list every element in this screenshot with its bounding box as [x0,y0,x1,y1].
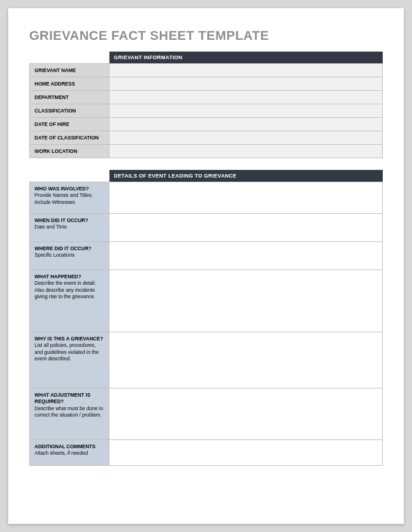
event-details-table: DETAILS OF EVENT LEADING TO GRIEVANCE WH… [29,170,383,466]
table-row: WHAT ADJUSTMENT IS REQUIRED?Describe wha… [30,388,383,440]
question-label: WHY IS THIS A GRIEVANCE?List all policie… [30,332,109,388]
page-title: GRIEVANCE FACT SHEET TEMPLATE [29,28,383,43]
question-label: WHAT ADJUSTMENT IS REQUIRED?Describe wha… [30,388,109,440]
question-label: WHAT HAPPENED?Describe the event in deta… [30,270,109,332]
section2-header: DETAILS OF EVENT LEADING TO GRIEVANCE [109,170,383,182]
question-title: WHO WAS INVOLVED? [35,186,104,192]
field-value[interactable] [109,145,383,158]
table-row: CLASSIFICATION [30,104,383,118]
question-label: ADDITIONAL COMMENTSAttach sheets, if nee… [30,440,109,466]
answer-field[interactable] [109,214,383,242]
section1-header: GRIEVANT INFORMATION [109,52,383,64]
table-row: HOME ADDRESS [30,77,383,91]
table-row: WORK LOCATION [30,145,383,158]
field-label: DEPARTMENT [30,91,109,104]
section-header-row: DETAILS OF EVENT LEADING TO GRIEVANCE [30,170,383,182]
table-row: GRIEVANT NAME [30,64,383,77]
field-label: GRIEVANT NAME [30,64,109,77]
question-title: ADDITIONAL COMMENTS [35,444,104,450]
field-label: HOME ADDRESS [30,77,109,91]
section-header-row: GRIEVANT INFORMATION [30,52,383,64]
question-subtitle: Date and Time [35,224,67,230]
question-subtitle: Specific Locations [35,252,75,258]
field-value[interactable] [109,64,383,77]
question-subtitle: Attach sheets, if needed [35,450,88,456]
field-value[interactable] [109,77,383,91]
question-title: WHEN DID IT OCCUR? [35,217,104,224]
field-label: DATE OF HIRE [30,118,109,131]
field-value[interactable] [109,131,383,145]
table-row: WHY IS THIS A GRIEVANCE?List all policie… [30,332,383,388]
answer-field[interactable] [109,242,383,270]
field-label: WORK LOCATION [30,145,109,158]
table-row: DATE OF CLASSIFICATION [30,131,383,145]
field-value[interactable] [109,104,383,118]
table-row: DATE OF HIRE [30,118,383,131]
question-title: WHY IS THIS A GRIEVANCE? [35,336,104,342]
question-title: WHAT HAPPENED? [35,274,104,280]
field-label: DATE OF CLASSIFICATION [30,131,109,145]
table-row: WHAT HAPPENED?Describe the event in deta… [30,270,383,332]
table-row: DEPARTMENT [30,91,383,104]
section-header-spacer [30,52,109,64]
question-label: WHERE DID IT OCCUR?Specific Locations [30,242,109,270]
answer-field[interactable] [109,182,383,214]
question-subtitle: List all policies, procedures, and guide… [35,342,99,362]
table-row: WHEN DID IT OCCUR?Date and Time [30,214,383,242]
question-subtitle: Describe the event in detail. Also descr… [35,280,96,299]
field-label: CLASSIFICATION [30,104,109,118]
answer-field[interactable] [109,440,383,466]
question-title: WHERE DID IT OCCUR? [35,245,104,252]
question-title: WHAT ADJUSTMENT IS REQUIRED? [35,392,104,405]
table-row: WHERE DID IT OCCUR?Specific Locations [30,242,383,270]
question-subtitle: Describe what must be done to correct th… [35,405,103,418]
question-label: WHO WAS INVOLVED?Provide Names and Title… [30,182,109,214]
answer-field[interactable] [109,388,383,440]
document-page: GRIEVANCE FACT SHEET TEMPLATE GRIEVANT I… [8,8,404,524]
grievant-info-table: GRIEVANT INFORMATION GRIEVANT NAMEHOME A… [29,52,383,158]
table-row: WHO WAS INVOLVED?Provide Names and Title… [30,182,383,214]
section-header-spacer [30,170,109,182]
question-label: WHEN DID IT OCCUR?Date and Time [30,214,109,242]
answer-field[interactable] [109,270,383,332]
table-row: ADDITIONAL COMMENTSAttach sheets, if nee… [30,440,383,466]
field-value[interactable] [109,118,383,131]
field-value[interactable] [109,91,383,104]
question-subtitle: Provide Names and Titles; Include Witnes… [35,192,92,204]
answer-field[interactable] [109,332,383,388]
